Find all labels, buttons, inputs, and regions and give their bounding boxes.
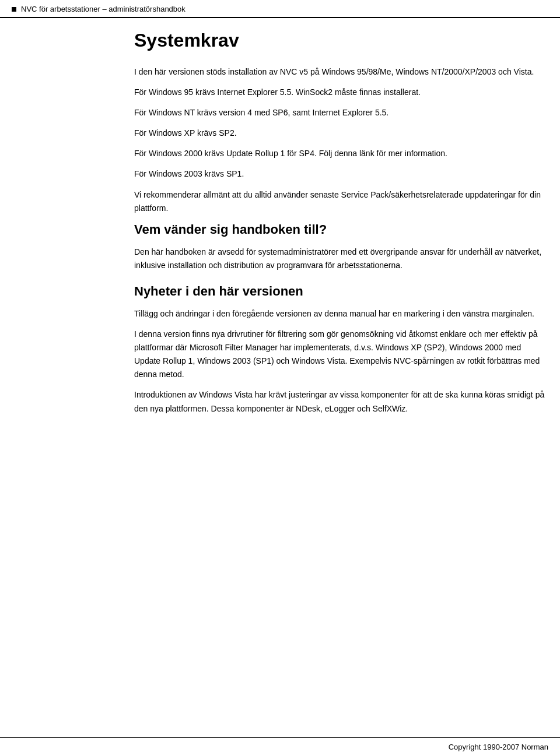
nyheter-para-3: Introduktionen av Windows Vista har kräv… [134,388,548,415]
systemkrav-content: Systemkrav I den här versionen stöds ins… [128,30,548,222]
nyheter-section: Nyheter i den här versionen Tillägg och … [0,284,560,423]
page-footer: Copyright 1990-2007 Norman [0,737,560,756]
vem-vander-para: Den här handboken är avsedd för systemad… [134,245,548,272]
systemkrav-heading: Systemkrav [134,30,548,51]
nyheter-heading: Nyheter i den här versionen [134,284,548,299]
nyheter-left-margin [12,284,128,423]
nyheter-para-2: I denna version finns nya drivrutiner fö… [134,328,548,381]
page-header: NVC för arbetsstationer – administratörs… [0,0,560,18]
copyright-text: Copyright 1990-2007 Norman [449,743,548,751]
nyheter-content: Nyheter i den här versionen Tillägg och … [128,284,548,423]
vem-vander-section: Vem vänder sig handboken till? Den här h… [0,222,560,279]
systemkrav-section: Systemkrav I den här versionen stöds ins… [0,18,560,222]
header-title: NVC för arbetsstationer – administratörs… [21,5,186,13]
systemkrav-para-5: För Windows 2000 krävs Update Rollup 1 f… [134,147,548,160]
systemkrav-para-1: I den här versionen stöds installation a… [134,65,548,79]
systemkrav-para-3: För Windows NT krävs version 4 med SP6, … [134,106,548,119]
vem-vander-left-margin [12,222,128,279]
nyheter-para-1: Tillägg och ändringar i den föregående v… [134,307,548,321]
systemkrav-para-6: För Windows 2003 krävs SP1. [134,167,548,181]
systemkrav-para-2: För Windows 95 krävs Internet Explorer 5… [134,86,548,99]
header-bullet [12,7,16,12]
systemkrav-left-margin [12,30,128,222]
systemkrav-para-4: För Windows XP krävs SP2. [134,126,548,140]
vem-vander-content: Vem vänder sig handboken till? Den här h… [128,222,548,279]
systemkrav-para-7: Vi rekommenderar allmänt att du alltid a… [134,188,548,215]
vem-vander-heading: Vem vänder sig handboken till? [134,222,548,237]
